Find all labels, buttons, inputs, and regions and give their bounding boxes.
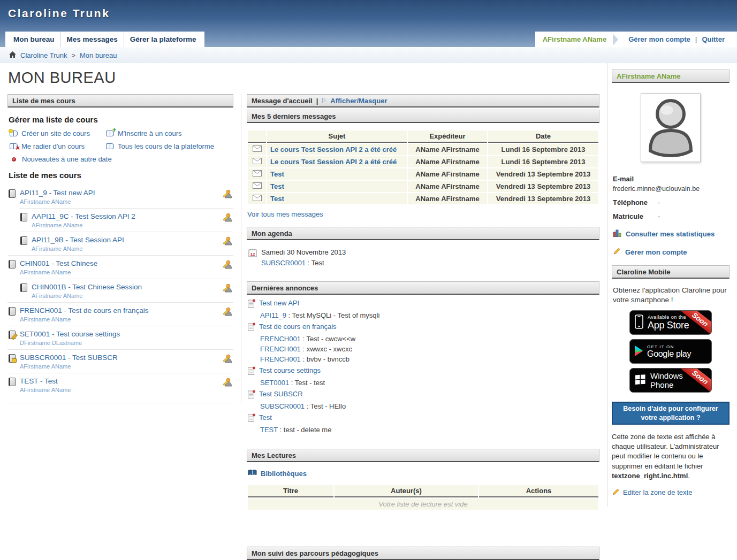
course-link[interactable]: SET0001 - Test course settings: [20, 330, 120, 338]
course-manager-icon[interactable]: [223, 307, 232, 318]
announcement-title-link[interactable]: Test: [259, 413, 272, 421]
book-icon: [106, 131, 114, 136]
breadcrumb-root[interactable]: Claroline Trunk: [20, 51, 67, 59]
course-manager-icon[interactable]: [223, 283, 232, 294]
book-icon: [106, 143, 114, 149]
stats-link[interactable]: Consulter mes statistiques: [626, 230, 715, 238]
announcement-item: Test new API API11_9 : Test MySQLi - Tes…: [248, 299, 599, 319]
manage-course-link[interactable]: Créer un site de cours: [10, 129, 105, 137]
nav-tab-gerer-plateforme[interactable]: Gérer la plateforme: [124, 32, 202, 47]
course-teacher-label: DFirstname DLastname: [20, 340, 223, 346]
announcement-entry-text: : Test - cwcw<<w: [301, 335, 355, 343]
welcome-message-header: Message d'accueil | Afficher/Masquer: [247, 94, 599, 108]
message-sender: AName AFirstname: [408, 156, 487, 167]
announcement-entry-text: : Test - test: [289, 379, 325, 387]
matricule-label: Matricule: [613, 212, 656, 220]
announcement-course-link[interactable]: SET0001: [260, 379, 289, 387]
google-play-icon: [635, 346, 643, 358]
breadcrumb-current[interactable]: Mon bureau: [80, 51, 117, 59]
message-sender: AName AFirstname: [408, 168, 487, 180]
announcement-title-link[interactable]: Test new API: [259, 299, 299, 307]
course-teacher-label: AFirstname AName: [20, 363, 223, 370]
notebook-icon: [9, 260, 16, 269]
message-row: Test AName AFirstname Vendredi 13 Septem…: [248, 168, 598, 180]
home-icon[interactable]: [9, 51, 16, 59]
course-link[interactable]: AAPI11_9C - Test Session API 2: [32, 212, 135, 220]
notebook-icon: [9, 378, 16, 386]
logout-link[interactable]: Quitter: [697, 35, 730, 43]
mobile-help-button[interactable]: Besoin d'aide pour configurer votre appl…: [612, 402, 730, 425]
course-panel-header: Liste de mes cours: [7, 94, 233, 108]
edit-textzone-link[interactable]: Editer la zone de texte: [623, 488, 692, 496]
manage-course-link-label: Me radier d'un cours: [21, 142, 85, 150]
course-manager-icon[interactable]: [223, 189, 232, 200]
agenda-course-link[interactable]: SUBSCR0001: [261, 259, 306, 267]
welcome-message-title: Message d'accueil: [252, 97, 313, 105]
avatar: [641, 93, 701, 162]
manage-course-link[interactable]: Nouveautés à une autre date: [10, 155, 233, 163]
welcome-toggle-link[interactable]: Afficher/Masquer: [330, 97, 387, 105]
announcement-course-link[interactable]: FRENCH001: [260, 335, 301, 343]
course-link[interactable]: TEST - Test: [20, 377, 58, 385]
course-link[interactable]: FRENCH001 - Test de cours en français: [20, 306, 149, 314]
triangle-icon[interactable]: [322, 97, 326, 105]
announcement-course-link[interactable]: SUBSCR0001: [260, 402, 305, 410]
announcement-course-link[interactable]: FRENCH001: [260, 355, 301, 363]
nav-tab-mon-bureau[interactable]: Mon bureau: [7, 32, 61, 47]
course-link[interactable]: API11_9B - Test Session API: [32, 236, 124, 244]
course-manager-icon[interactable]: [223, 236, 232, 247]
announcement-course-link[interactable]: API11_9: [260, 311, 286, 319]
notebook-icon: [20, 213, 27, 221]
message-subject-link[interactable]: Test: [270, 195, 284, 203]
textzone-filename: textzone_right.inc.html: [612, 472, 688, 480]
course-manager-icon[interactable]: [223, 378, 232, 388]
course-row: API11_9B - Test Session API AFirstname A…: [19, 232, 233, 255]
manage-course-link[interactable]: Tous les cours de la plateforme: [106, 142, 233, 150]
course-list-heading: Liste de mes cours: [9, 171, 233, 180]
manage-course-link[interactable]: M'inscrire à un cours: [106, 129, 233, 137]
textzone-text-end: .: [688, 472, 690, 480]
announcement-title-link[interactable]: Test course settings: [259, 366, 321, 374]
google-play-badge[interactable]: GET IT ON Google play: [629, 339, 712, 364]
manage-account-link[interactable]: Gérer mon compte: [624, 35, 695, 43]
badge-line2: Phone: [650, 380, 683, 389]
course-manager-icon[interactable]: [223, 354, 232, 365]
announcement-title-link[interactable]: Test de cours en français: [259, 323, 337, 331]
announcement-course-link[interactable]: TEST: [260, 426, 278, 434]
announcement-course-link[interactable]: FRENCH001: [260, 345, 301, 353]
course-link[interactable]: CHIN001B - Test Chinese Session: [32, 283, 142, 291]
announcement-entry: API11_9 : Test MySQLi - Test of mysqli: [260, 311, 599, 319]
course-manager-icon[interactable]: [223, 213, 232, 224]
windows-phone-badge[interactable]: Windows Phone Soon: [629, 368, 712, 393]
nav-tab-mes-messages[interactable]: Mes messages: [61, 32, 124, 47]
book-icon: [12, 157, 16, 162]
message-row: Le cours Test Session API 2 a été créé A…: [248, 144, 598, 155]
course-link[interactable]: SUBSCR0001 - Test SUBSCR: [20, 354, 118, 362]
course-teacher-label: AFirstname AName: [20, 198, 223, 205]
pencil-icon: [612, 488, 620, 497]
message-date: Lundi 16 Septembre 2013: [488, 144, 598, 155]
message-subject-link[interactable]: Test: [270, 182, 284, 190]
app-store-badge[interactable]: Available on the App Store Soon: [629, 310, 712, 335]
announcement-title-link[interactable]: Test SUBSCR: [259, 390, 303, 398]
notebook-icon: [20, 283, 27, 292]
course-teacher-label: AFirstname AName: [20, 269, 223, 275]
manage-course-link[interactable]: Me radier d'un cours: [10, 142, 105, 150]
announcement-entry-text: : bvbv - bvnccb: [301, 355, 349, 363]
announcement-icon: [248, 299, 255, 309]
message-subject-link[interactable]: Test: [270, 170, 284, 178]
course-row: FRENCH001 - Test de cours en français AF…: [7, 302, 233, 326]
course-link[interactable]: API11_9 - Test new API: [20, 189, 95, 197]
manage-account-link[interactable]: Gérer mon compte: [625, 248, 687, 256]
textzone-text: Cette zone de texte est affichée à chaqu…: [612, 433, 719, 470]
badge-line1: Windows: [650, 371, 683, 380]
message-subject-link[interactable]: Le cours Test Session API 2 a été créé: [270, 145, 397, 154]
course-manager-icon[interactable]: [223, 260, 232, 271]
message-date: Vendredi 13 Septembre 2013: [488, 193, 598, 204]
message-subject-link[interactable]: Le cours Test Session API 2 a été créé: [270, 158, 397, 166]
libraries-link[interactable]: Bibliothèques: [261, 470, 307, 478]
announcement-icon: [248, 323, 255, 333]
main-nav: Mon bureau Mes messages Gérer la platefo…: [5, 32, 204, 47]
course-link[interactable]: CHIN001 - Test Chinese: [20, 259, 97, 267]
see-all-messages-link[interactable]: Voir tous mes messages: [247, 210, 323, 218]
